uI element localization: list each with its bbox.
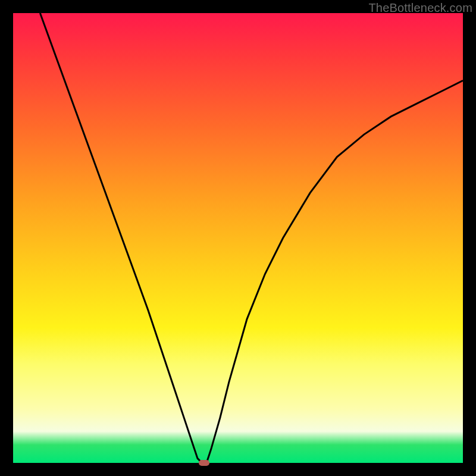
chart-stage: TheBottleneck.com (0, 0, 476, 476)
watermark-text: TheBottleneck.com (368, 1, 472, 15)
bottleneck-curve (13, 13, 463, 463)
optimal-point-marker (199, 460, 209, 466)
curve-path (40, 13, 463, 463)
plot-area (13, 13, 463, 463)
